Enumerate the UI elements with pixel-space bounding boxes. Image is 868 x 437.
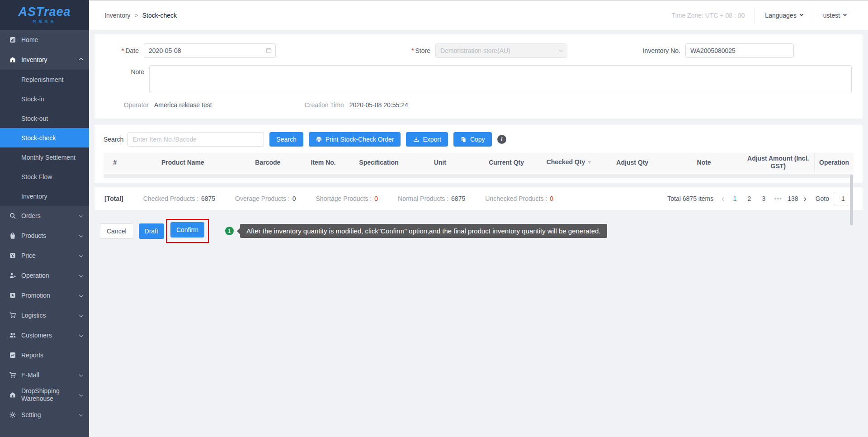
- sidebar-item-logistics[interactable]: Logistics: [0, 305, 89, 325]
- copy-button[interactable]: Copy: [453, 132, 492, 147]
- chevron-up-icon: [79, 57, 84, 62]
- sidebar-subitem-replenishment[interactable]: Replenishment: [0, 70, 89, 89]
- total-label: [Total]: [104, 195, 123, 202]
- chevron-down-icon: [79, 293, 84, 297]
- column-header-checked-qty[interactable]: Checked Qty: [540, 153, 599, 172]
- page-3[interactable]: 3: [759, 195, 769, 202]
- creation-time-value: 2020-05-08 20:55:24: [349, 101, 408, 109]
- sidebar-item-products[interactable]: Products: [0, 226, 89, 246]
- sidebar-item-reports[interactable]: Reports: [0, 345, 89, 365]
- draft-button[interactable]: Draft: [139, 223, 164, 239]
- note-field-group: Note: [105, 65, 852, 93]
- next-page-icon[interactable]: ›: [803, 195, 807, 203]
- column-header-label: Item No.: [311, 159, 336, 166]
- store-select[interactable]: Demonstration store(AU): [435, 43, 567, 58]
- inventory-no-input[interactable]: [685, 43, 794, 58]
- summary-shortage-products: Shortage Products :0: [316, 195, 378, 202]
- column-header-label: Operation: [819, 159, 849, 166]
- annotation-tooltip: After the inventory quantity is modified…: [240, 224, 607, 238]
- filter-funnel-icon[interactable]: [587, 159, 592, 166]
- home-icon: [9, 36, 16, 43]
- summary-label: Unchecked Products :: [485, 195, 547, 202]
- prev-page-icon[interactable]: ‹: [721, 195, 725, 203]
- chevron-down-icon: [79, 253, 84, 257]
- form-row-1: *Date *Store Demonstration store(AU) Inv…: [105, 43, 852, 58]
- user-dropdown[interactable]: ustest: [813, 7, 856, 24]
- sidebar-item-label: Products: [21, 232, 75, 240]
- export-button-label: Export: [423, 136, 441, 143]
- annotation: 1 After the inventory quantity is modifi…: [225, 224, 607, 238]
- goto-label: Goto: [816, 195, 829, 202]
- info-icon[interactable]: i: [497, 135, 506, 144]
- page-2[interactable]: 2: [744, 195, 754, 202]
- footer-bar: [Total] Checked Products :6875Overage Pr…: [94, 187, 863, 210]
- page-1[interactable]: 1: [730, 195, 740, 202]
- chevron-down-icon: [79, 332, 84, 337]
- products-bag-icon: [9, 232, 16, 239]
- breadcrumb-item-stock-check: Stock-check: [142, 12, 177, 19]
- sidebar-subitem-inventory[interactable]: Inventory: [0, 186, 89, 206]
- toolbar: Search Search Print Stock-Check Order Ex…: [104, 132, 854, 147]
- search-button[interactable]: Search: [269, 132, 303, 147]
- print-stock-check-order-button[interactable]: Print Stock-Check Order: [309, 132, 401, 147]
- sidebar-item-label: Setting: [21, 411, 75, 419]
- sidebar-item-e-mall[interactable]: E-Mall: [0, 365, 89, 385]
- sidebar-item-dropshipping-warehouse[interactable]: DropShipping Warehouse: [0, 385, 89, 405]
- sidebar-item-operation[interactable]: Operation: [0, 266, 89, 285]
- breadcrumb-item-inventory[interactable]: Inventory: [104, 12, 131, 19]
- column-header-label: Note: [697, 159, 711, 166]
- table-wrap: #Product NameBarcodeItem No.Specificatio…: [104, 153, 854, 172]
- pagination: Total 6875 items ‹ 123•••138 › Goto: [667, 192, 853, 205]
- emall-cart-icon: [9, 371, 16, 379]
- vertical-scrollbar-thumb[interactable]: [850, 175, 853, 225]
- export-button[interactable]: Export: [406, 132, 448, 147]
- sidebar-item-orders[interactable]: Orders: [0, 206, 89, 226]
- summary-label: Overage Products :: [235, 195, 290, 202]
- sidebar-item-promotion[interactable]: Promotion: [0, 285, 89, 305]
- customers-icon: [9, 332, 16, 339]
- printer-icon: [316, 136, 322, 143]
- sidebar-item-price[interactable]: Price: [0, 246, 89, 266]
- column-header-item-no: Item No.: [296, 153, 350, 172]
- sidebar-subitem-stock-check[interactable]: Stock-check: [0, 128, 89, 147]
- column-header-current-qty: Current Qty: [473, 153, 540, 172]
- setting-gear-icon: [9, 411, 16, 418]
- sidebar-subitem-stock-in[interactable]: Stock-in: [0, 89, 89, 109]
- sidebar-subitem-monthly-settlement[interactable]: Monthly Settlement: [0, 147, 89, 167]
- store-select-value: Demonstration store(AU): [440, 47, 510, 54]
- creation-time-label: Creation Time: [305, 101, 344, 109]
- column-header-product-name: Product Name: [126, 153, 240, 172]
- sidebar-item-label: Orders: [21, 212, 75, 220]
- languages-dropdown[interactable]: Languages: [755, 7, 812, 24]
- chevron-down-icon: [559, 48, 563, 52]
- copy-button-label: Copy: [470, 136, 485, 143]
- logistics-cart-icon: [9, 312, 16, 319]
- search-input[interactable]: [127, 132, 264, 147]
- page-list: 123•••138: [730, 195, 798, 202]
- sidebar-subitem-stock-flow[interactable]: Stock Flow: [0, 167, 89, 186]
- sidebar-item-label: Promotion: [21, 292, 75, 299]
- store-field-group: *Store Demonstration store(AU): [411, 43, 567, 58]
- sidebar-item-home[interactable]: Home: [0, 30, 89, 50]
- column-header-label: Checked Qty: [547, 158, 585, 166]
- promotion-icon: [9, 292, 16, 299]
- sidebar-subitem-stock-out[interactable]: Stock-out: [0, 109, 89, 128]
- summary-overage-products: Overage Products :0: [235, 195, 296, 202]
- page-138[interactable]: 138: [788, 195, 798, 202]
- search-label: Search: [104, 136, 123, 143]
- sidebar-item-inventory[interactable]: Inventory: [0, 50, 89, 70]
- horizontal-scrollbar[interactable]: [104, 174, 854, 178]
- table-header-row: #Product NameBarcodeItem No.Specificatio…: [104, 153, 854, 172]
- sidebar-item-setting[interactable]: Setting: [0, 405, 89, 425]
- summary-label: Normal Products :: [398, 195, 448, 202]
- column-header-: #: [104, 153, 126, 172]
- export-icon: [413, 136, 420, 143]
- sidebar-item-label: E-Mall: [21, 371, 75, 379]
- cancel-button[interactable]: Cancel: [100, 223, 133, 239]
- note-textarea[interactable]: [149, 65, 852, 93]
- date-input[interactable]: [144, 43, 276, 58]
- sidebar-item-customers[interactable]: Customers: [0, 325, 89, 345]
- sidebar-item-label: DropShipping Warehouse: [21, 387, 75, 403]
- column-header-unit: Unit: [407, 153, 473, 172]
- confirm-button[interactable]: Confirm: [170, 222, 204, 238]
